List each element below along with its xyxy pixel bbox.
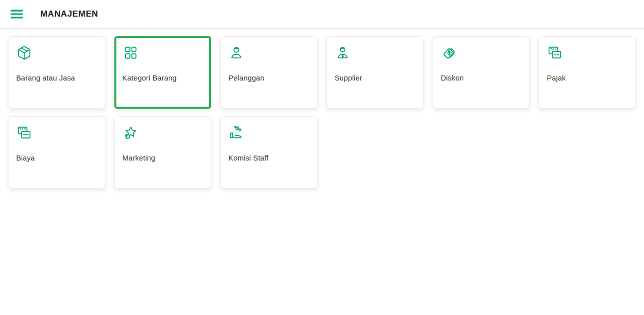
card-label: Supplier	[335, 74, 362, 82]
svg-text:TAX: TAX	[20, 128, 26, 131]
commission-icon: $	[229, 125, 244, 140]
package-icon	[17, 45, 32, 60]
card-barang-atau-jasa[interactable]: Barang atau Jasa	[8, 36, 105, 109]
card-label: Pelanggan	[228, 74, 264, 82]
marketing-icon	[123, 125, 138, 140]
svg-text:TAX: TAX	[550, 48, 557, 51]
category-grid-icon	[123, 45, 138, 60]
card-grid: Barang atau Jasa Kategori Barang Pelangg…	[0, 29, 644, 196]
card-label: Diskon	[441, 74, 464, 82]
hamburger-menu-button[interactable]	[8, 7, 25, 22]
page-title: MANAJEMEN	[40, 9, 98, 19]
card-pajak[interactable]: TAX Pajak	[539, 36, 636, 109]
card-label: Barang atau Jasa	[16, 74, 75, 82]
card-marketing[interactable]: Marketing	[114, 116, 212, 189]
hamburger-icon	[10, 9, 23, 20]
card-kategori-barang[interactable]: Kategori Barang	[114, 36, 212, 109]
card-label: Pajak	[547, 74, 565, 82]
card-pelanggan[interactable]: Pelanggan	[220, 36, 317, 109]
card-komisi-staff[interactable]: $ Komisi Staff	[220, 116, 317, 189]
svg-text:$: $	[237, 127, 238, 130]
card-biaya[interactable]: TAX Biaya	[8, 116, 105, 189]
supplier-icon	[335, 45, 350, 60]
card-label: Biaya	[16, 154, 35, 162]
discount-icon	[441, 45, 457, 60]
app-header: MANAJEMEN	[0, 0, 644, 29]
tax-icon: TAX	[547, 45, 562, 60]
customer-icon	[229, 45, 244, 60]
card-label: Kategori Barang	[122, 74, 177, 82]
card-supplier[interactable]: Supplier	[327, 36, 424, 109]
card-label: Marketing	[122, 154, 155, 162]
card-label: Komisi Staff	[228, 154, 269, 162]
card-diskon[interactable]: Diskon	[433, 36, 530, 109]
expense-icon: TAX	[17, 125, 32, 140]
